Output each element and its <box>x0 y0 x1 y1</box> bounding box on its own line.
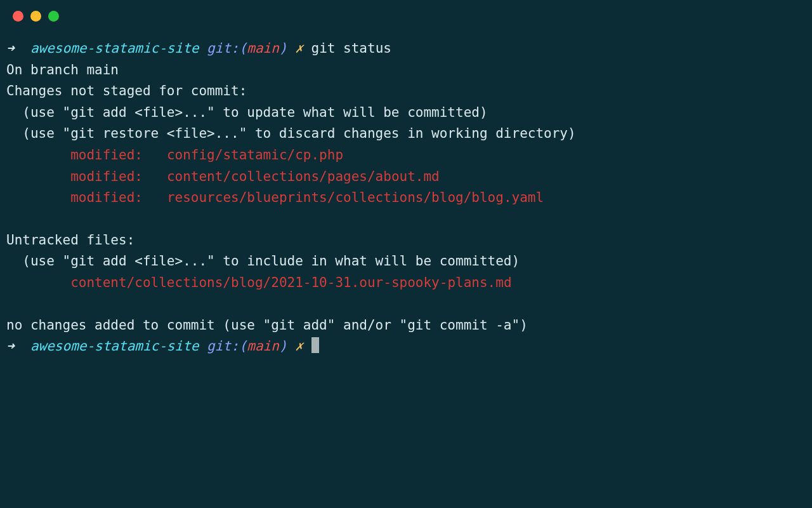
output-line: (use "git restore <file>..." to discard … <box>6 123 806 145</box>
prompt-dirty-icon: ✗ <box>287 338 311 354</box>
maximize-window-button[interactable] <box>48 11 59 22</box>
prompt-paren-close: ) <box>279 338 287 354</box>
blank-line <box>6 209 806 230</box>
prompt-directory: awesome-statamic-site <box>30 41 199 56</box>
modified-status-label: modified: <box>6 190 167 205</box>
untracked-file-line: content/collections/blog/2021-10-31.our-… <box>6 272 806 294</box>
output-line: (use "git add <file>..." to include in w… <box>6 251 806 272</box>
untracked-file-path: content/collections/blog/2021-10-31.our-… <box>70 275 511 290</box>
prompt-paren-close: ) <box>279 41 287 56</box>
modified-file-path: resources/blueprints/collections/blog/bl… <box>167 190 544 205</box>
modified-file-line: modified: resources/blueprints/collectio… <box>6 187 806 209</box>
output-line: Changes not staged for commit: <box>6 81 806 102</box>
prompt-branch: main <box>247 41 279 56</box>
output-line: On branch main <box>6 60 806 81</box>
prompt-paren-open: ( <box>239 41 247 56</box>
prompt-dirty-icon: ✗ <box>287 41 303 56</box>
modified-file-path: content/collections/pages/about.md <box>167 169 440 184</box>
prompt-git-label: git: <box>199 41 239 56</box>
prompt-line: ➜ awesome-statamic-site git:(main) ✗ git… <box>6 38 806 60</box>
modified-file-path: config/statamic/cp.php <box>167 147 343 163</box>
typed-command: git status <box>303 41 391 56</box>
cursor-block <box>311 337 319 353</box>
modified-file-line: modified: content/collections/pages/abou… <box>6 166 806 188</box>
blank-line <box>6 294 806 315</box>
modified-status-label: modified: <box>6 169 167 184</box>
prompt-line: ➜ awesome-statamic-site git:(main) ✗ <box>6 336 806 358</box>
terminal-output[interactable]: ➜ awesome-statamic-site git:(main) ✗ git… <box>0 32 812 364</box>
prompt-paren-open: ( <box>239 338 247 354</box>
output-line: no changes added to commit (use "git add… <box>6 315 806 337</box>
modified-status-label: modified: <box>6 147 167 163</box>
prompt-arrow-icon: ➜ <box>6 41 30 56</box>
untracked-indent <box>6 275 70 290</box>
prompt-directory: awesome-statamic-site <box>30 338 199 354</box>
output-line: Untracked files: <box>6 230 806 251</box>
output-line: (use "git add <file>..." to update what … <box>6 102 806 124</box>
minimize-window-button[interactable] <box>30 11 41 22</box>
close-window-button[interactable] <box>13 11 23 22</box>
prompt-branch: main <box>247 338 279 354</box>
window-titlebar <box>0 0 812 32</box>
prompt-arrow-icon: ➜ <box>6 338 30 354</box>
modified-file-line: modified: config/statamic/cp.php <box>6 145 806 166</box>
prompt-git-label: git: <box>199 338 239 354</box>
